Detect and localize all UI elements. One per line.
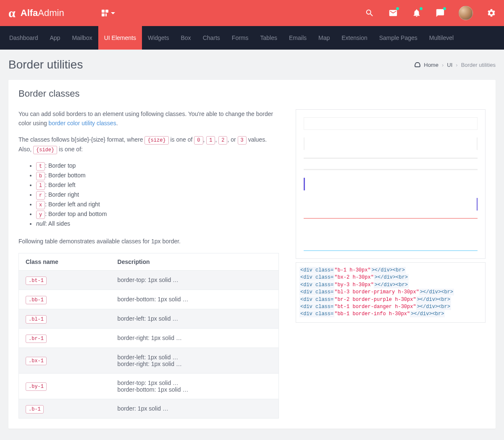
nav-item-tables[interactable]: Tables: [255, 26, 283, 50]
table-row: .b-1border: 1px solid …: [19, 399, 279, 418]
table-intro: Following table demonstrates available c…: [18, 237, 279, 246]
top-icon-group: [365, 6, 496, 20]
demo-by-3: [304, 158, 478, 170]
notifications-button[interactable]: [412, 8, 422, 18]
table-row: .by-1border-top: 1px solid …border-botto…: [19, 373, 279, 399]
demo-b-1: [304, 117, 478, 130]
demo-bb-1-info: [304, 238, 478, 251]
demo-br-2-purple: [304, 198, 478, 211]
top-bar: [94, 0, 504, 26]
home-icon: [415, 62, 420, 67]
breadcrumb-section[interactable]: UI: [447, 62, 452, 68]
breadcrumb: Home › UI › Border utilities: [415, 62, 496, 68]
page-title: Border utilities: [8, 58, 83, 71]
badge-dot: [420, 7, 423, 10]
chevron-right-icon: ›: [456, 62, 457, 68]
user-avatar[interactable]: [459, 6, 473, 20]
code-sample: <div class="b-1 h-30px"></div><br><div c…: [296, 262, 486, 323]
card-heading: Border classes: [8, 80, 496, 99]
alpha-icon: α: [8, 7, 16, 19]
nav-item-mailbox[interactable]: Mailbox: [66, 26, 98, 50]
table-header-desc: Description: [111, 253, 279, 270]
demo-bt-1-danger: [304, 218, 478, 231]
table-row: .bb-1border-bottom: 1px solid …: [19, 290, 279, 309]
page-header: Border utilities Home › UI › Border util…: [0, 50, 504, 76]
caret-down-icon: [111, 12, 115, 14]
top-header: α AlfaAdmin: [0, 0, 504, 26]
badge-dot: [443, 7, 446, 10]
table-row: .br-1border-right: 1px solid …: [19, 328, 279, 348]
intro-text: You can add solid borders to an element …: [18, 109, 279, 128]
side-options-list: t: Border topb: Border bottoml: Border l…: [18, 161, 279, 228]
nav-item-box[interactable]: Box: [175, 26, 197, 50]
demo-bx-2: [304, 137, 478, 150]
nav-item-multilevel[interactable]: Multilevel: [423, 26, 459, 50]
settings-button[interactable]: [486, 8, 496, 18]
nav-item-app[interactable]: App: [44, 26, 66, 50]
nav-item-map[interactable]: Map: [312, 26, 336, 50]
border-color-link[interactable]: border color utility classes: [49, 120, 116, 126]
nav-item-extension[interactable]: Extension: [336, 26, 373, 50]
nav-item-emails[interactable]: Emails: [283, 26, 312, 50]
mail-button[interactable]: [388, 8, 398, 18]
search-icon: [365, 8, 374, 18]
list-item: y: Border top and bottom: [36, 209, 279, 219]
list-item: t: Border top: [36, 161, 279, 171]
table-row: .bx-1border-left: 1px solid …border-righ…: [19, 348, 279, 373]
apps-icon: [102, 10, 108, 16]
messages-button[interactable]: [435, 8, 445, 18]
nav-item-widgets[interactable]: Widgets: [142, 26, 175, 50]
table-row: .bl-1border-left: 1px solid …: [19, 309, 279, 328]
search-button[interactable]: [365, 8, 375, 18]
list-item: r: Border right: [36, 190, 279, 200]
list-item: b: Border bottom: [36, 171, 279, 180]
list-item: l: Border left: [36, 180, 279, 190]
apps-menu-toggle[interactable]: [102, 10, 115, 16]
nav-item-ui-elements[interactable]: UI Elements: [98, 26, 142, 50]
border-classes-table: Class name Description .bt-1border-top: …: [18, 253, 279, 419]
badge-dot: [396, 7, 399, 10]
nav-item-charts[interactable]: Charts: [197, 26, 226, 50]
nav-item-sample-pages[interactable]: Sample Pages: [373, 26, 423, 50]
table-row: .bt-1border-top: 1px solid …: [19, 270, 279, 290]
main-nav: DashboardAppMailboxUI ElementsWidgetsBox…: [0, 26, 504, 50]
nav-item-dashboard[interactable]: Dashboard: [3, 26, 44, 50]
gear-icon: [487, 8, 496, 18]
table-header-class: Class name: [19, 253, 111, 270]
nav-item-forms[interactable]: Forms: [226, 26, 255, 50]
border-classes-card: Border classes You can add solid borders…: [8, 80, 496, 429]
format-text: The classes follows b{side}-{size} forma…: [18, 135, 279, 154]
demo-bl-3-primary: [304, 178, 478, 190]
breadcrumb-current: Border utilities: [461, 62, 496, 68]
brand-logo[interactable]: α AlfaAdmin: [0, 0, 94, 26]
brand-text: AlfaAdmin: [21, 8, 64, 18]
border-demo-preview: [296, 109, 486, 259]
breadcrumb-home[interactable]: Home: [424, 62, 438, 68]
list-item: x: Border left and right: [36, 200, 279, 209]
list-item: null: All sides: [36, 219, 279, 228]
chevron-right-icon: ›: [442, 62, 444, 68]
